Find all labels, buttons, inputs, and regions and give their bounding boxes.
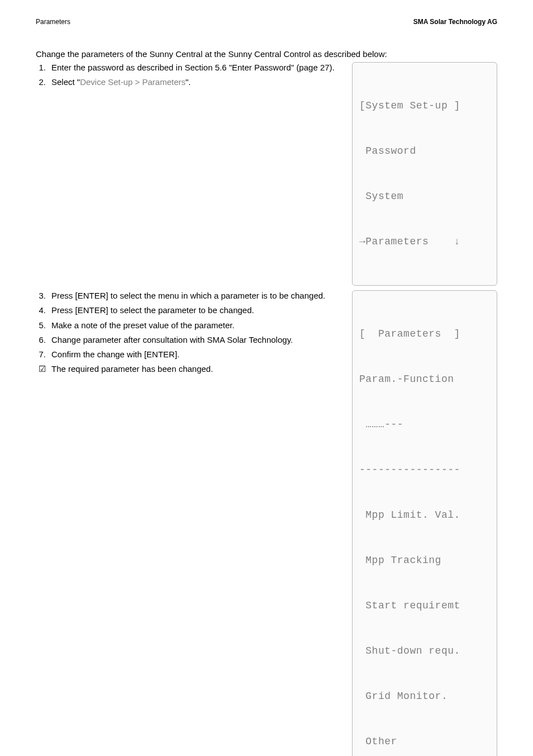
steps-block-1: 1. Enter the password as described in Se… — [36, 62, 497, 286]
step-text: Make a note of the preset value of the p… — [51, 320, 339, 331]
step-text: Select "Device Set-up > Parameters". — [51, 77, 339, 88]
step-marker: 3. — [36, 290, 51, 301]
screen-line: [System Set-up ] — [359, 98, 490, 114]
step-text: Confirm the change with [ENTER]. — [51, 349, 339, 360]
screen-line: Password — [359, 144, 490, 159]
step-marker: 2. — [36, 77, 51, 88]
intro-text: Change the parameters of the Sunny Centr… — [36, 49, 497, 59]
step-text: Press [ENTER] to select the menu in whic… — [51, 290, 339, 301]
screen-line: Mpp Tracking — [359, 553, 490, 568]
step-text: Change parameter after consultation with… — [51, 334, 339, 346]
step-item: 1. Enter the password as described in Se… — [36, 62, 339, 73]
step-marker: 5. — [36, 320, 51, 331]
screen-line: Shut-down requ. — [359, 644, 490, 659]
step-item: 7. Confirm the change with [ENTER]. — [36, 349, 339, 360]
page: Parameters SMA Solar Technology AG Chang… — [0, 0, 533, 756]
screen-line: →Parameters ↓ — [359, 234, 490, 249]
screen-line: [ Parameters ] — [359, 327, 490, 342]
screen-line: Mpp Limit. Val. — [359, 508, 490, 523]
step-marker: 1. — [36, 62, 51, 73]
step-text-post: ". — [185, 77, 191, 87]
step-item: 5. Make a note of the preset value of th… — [36, 320, 339, 331]
screen-line: Other — [359, 734, 490, 749]
page-header: Parameters SMA Solar Technology AG — [36, 18, 497, 26]
screen-line: System — [359, 189, 490, 204]
step-text-grey: Device Set-up > Parameters — [80, 77, 185, 87]
screen-line: ---------------- — [359, 462, 490, 478]
step-marker: 6. — [36, 334, 51, 346]
header-company: SMA Solar Technology AG — [413, 18, 497, 26]
step-item: 2. Select "Device Set-up > Parameters". — [36, 77, 339, 88]
checkbox-icon: ☑ — [36, 363, 51, 375]
step-text: Press [ENTER] to select the parameter to… — [51, 305, 339, 316]
step-item: 3. Press [ENTER] to select the menu in w… — [36, 290, 339, 301]
step-item: 6. Change parameter after consultation w… — [36, 334, 339, 346]
step-text-pre: Select " — [51, 77, 80, 87]
header-section-name: Parameters — [36, 18, 70, 26]
screen-line: Start requiremt — [359, 598, 490, 613]
screen-line: Grid Monitor. — [359, 689, 490, 704]
step-item: 4. Press [ENTER] to select the parameter… — [36, 305, 339, 316]
step-marker: 4. — [36, 305, 51, 316]
step-text: The required parameter has been changed. — [51, 363, 339, 375]
device-screen-2: [ Parameters ] Param.-Function ………--- --… — [352, 290, 497, 756]
step-marker: 7. — [36, 349, 51, 360]
step-text: Enter the password as described in Secti… — [51, 62, 339, 73]
device-screen-1: [System Set-up ] Password System →Parame… — [352, 62, 497, 286]
screen-line: ………--- — [359, 417, 490, 432]
step-item: ☑ The required parameter has been change… — [36, 363, 339, 375]
steps-block-2: 3. Press [ENTER] to select the menu in w… — [36, 290, 497, 756]
screen-line: Param.-Function — [359, 372, 490, 387]
